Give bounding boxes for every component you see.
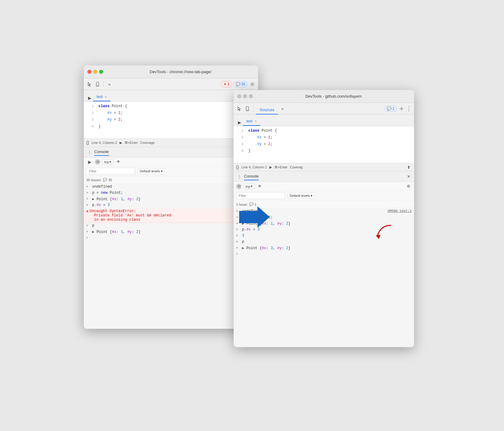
- right-minimize-button[interactable]: [243, 94, 247, 98]
- left-console-header: ⋮ Console: [84, 147, 258, 157]
- right-status-bar: {} Line 4, Column 2 ▶ ⌘+Enter Coverag ⬆: [234, 163, 414, 171]
- right-messages-count: 1: [392, 107, 395, 111]
- messages-badge[interactable]: 💬 35: [233, 81, 248, 87]
- right-sources-label: Sources: [260, 107, 274, 112]
- right-close-button[interactable]: [237, 94, 241, 98]
- right-expand-icon[interactable]: ⬆: [406, 164, 412, 170]
- cursor-icon[interactable]: [86, 81, 93, 88]
- right-default-levels-chevron: ▾: [311, 194, 313, 198]
- left-default-levels[interactable]: Default levels ▾: [138, 168, 165, 174]
- minimize-button[interactable]: [93, 70, 97, 74]
- left-traffic-lights: [87, 70, 103, 74]
- right-tab-row: ▶ test ×: [234, 114, 414, 126]
- left-issues-icon: 💬: [103, 178, 107, 182]
- svg-point-2: [252, 83, 253, 85]
- svg-point-6: [401, 108, 402, 109]
- console-line-left-4: > p.#x = 3: [84, 202, 258, 208]
- console-line-left-5: ⊗ Uncaught SyntaxError: Private field '#…: [84, 208, 258, 223]
- message-icon-badge: 💬: [236, 82, 240, 86]
- settings-icon[interactable]: [249, 81, 256, 88]
- chevron-more-icon[interactable]: »: [106, 81, 113, 88]
- left-no-entry-icon[interactable]: ⊘: [95, 159, 100, 165]
- left-line-col: Line 4, Column 2: [91, 141, 117, 144]
- left-test-tab[interactable]: test ×: [93, 92, 110, 101]
- left-default-levels-chevron: ▾: [161, 169, 163, 173]
- code-line-1: 1 class Point {: [84, 103, 258, 110]
- right-maximize-button[interactable]: [249, 94, 253, 98]
- right-test-tab[interactable]: test ×: [243, 117, 260, 126]
- right-default-levels-label: Default levels: [290, 194, 310, 197]
- right-settings-icon[interactable]: [398, 105, 405, 112]
- right-top-chevron: ▾: [251, 184, 253, 188]
- left-filter-input[interactable]: [86, 168, 135, 174]
- left-tab-close[interactable]: ×: [105, 95, 107, 99]
- svg-marker-7: [376, 235, 380, 239]
- right-messages-badge[interactable]: 💬 1: [384, 106, 397, 112]
- right-top-button[interactable]: top ▾: [243, 184, 255, 189]
- left-console-content: < undefined VM76 test:1 > p = new Point;…: [84, 184, 258, 241]
- left-top-button[interactable]: top ▾: [102, 159, 113, 164]
- right-traffic-lights: [237, 94, 253, 98]
- left-issues-bar: 35 Issues: 💬 35: [84, 176, 258, 184]
- right-message-icon: 💬: [387, 107, 391, 111]
- right-console-close-icon[interactable]: ✕: [406, 174, 412, 180]
- left-run-icon[interactable]: ▶: [86, 95, 93, 101]
- close-button[interactable]: [87, 70, 91, 74]
- left-eye-icon[interactable]: 👁: [115, 159, 121, 165]
- right-no-entry-icon[interactable]: ⊘: [236, 184, 242, 189]
- right-console-link-1[interactable]: VM580 test:1: [387, 209, 412, 213]
- mobile-icon[interactable]: [94, 81, 101, 88]
- right-issues-text: 1 Issue:: [236, 203, 248, 206]
- code-line-3: 3 #y = 2;: [84, 116, 258, 123]
- left-console-run-icon[interactable]: ▶: [86, 159, 93, 165]
- issues-badge[interactable]: ✕ 1: [221, 81, 232, 87]
- left-coverage: Coverage: [140, 141, 155, 144]
- console-line-right-7: < ▶ Point {#x: 3, #y: 2}: [234, 245, 414, 251]
- right-eye-icon[interactable]: 👁: [257, 183, 263, 189]
- right-issues-count: 1: [255, 203, 257, 206]
- left-console-toolbar: ▶ ⊘ top ▾ 👁: [84, 157, 258, 167]
- error-icon-badge: ✕: [224, 82, 227, 86]
- right-devtools-toolbar: Sources » 💬 1 ⋮: [234, 103, 414, 114]
- right-code-line-2: 2 #x = 1;: [234, 134, 414, 141]
- left-console-title: Console: [94, 149, 109, 156]
- console-line-left-8: >: [84, 235, 258, 241]
- left-window-title: DevTools - chrome://new-tab-page/: [107, 69, 254, 74]
- console-line-left-7: < ▶ Point {#x: 1, #y: 2}: [84, 229, 258, 235]
- left-devtools-window: DevTools - chrome://new-tab-page/ » ✕ 1 …: [84, 66, 258, 329]
- left-top-label: top: [104, 160, 109, 164]
- right-code-area: 1 class Point { 2 #x = 1; 3 #y = 2; 4 }: [234, 126, 414, 163]
- left-console-more-icon[interactable]: ⋮: [86, 149, 92, 155]
- right-console-header: ⋮ Console ✕: [234, 171, 414, 182]
- maximize-button[interactable]: [99, 70, 103, 74]
- right-line-col: Line 4, Column 2: [241, 165, 267, 169]
- right-mobile-icon[interactable]: [244, 105, 251, 112]
- direction-arrow: [239, 206, 270, 229]
- right-tab-close[interactable]: ×: [255, 119, 257, 123]
- right-console-title: Console: [244, 174, 259, 180]
- right-console-more-icon[interactable]: ⋮: [236, 174, 242, 180]
- code-line-2: 2 #x = 1;: [84, 110, 258, 116]
- console-line-left-6: > p: [84, 223, 258, 229]
- right-sources-tab[interactable]: Sources: [256, 105, 278, 114]
- right-chevron-more-icon[interactable]: »: [279, 105, 286, 112]
- console-line-left-3: < ▶ Point {#x: 1, #y: 2}: [84, 196, 258, 202]
- left-status-bar: {} Line 4, Column 2 ▶ ⌘+Enter Coverage: [84, 138, 258, 147]
- right-console-toolbar: ⊘ top ▾ 👁 ⚙: [234, 182, 414, 191]
- right-top-label: top: [246, 185, 250, 188]
- right-titlebar: DevTools - github.com/sofiayem: [234, 90, 414, 103]
- left-filter-bar: Default levels ▾: [84, 167, 258, 176]
- right-settings-console-icon[interactable]: ⚙: [406, 183, 412, 189]
- right-filter-input[interactable]: [236, 192, 285, 199]
- right-window-title: DevTools - github.com/sofiayem: [257, 94, 410, 99]
- right-issues-icon: 💬: [249, 202, 254, 206]
- right-code-line-4: 4 }: [234, 148, 414, 154]
- right-more-icon[interactable]: ⋮: [406, 105, 412, 112]
- right-default-levels[interactable]: Default levels ▾: [287, 193, 315, 199]
- messages-count: 35: [241, 82, 245, 86]
- right-cursor-icon[interactable]: [236, 105, 243, 112]
- right-run-icon[interactable]: ▶: [236, 119, 243, 126]
- left-titlebar: DevTools - chrome://new-tab-page/: [84, 66, 258, 78]
- console-line-right-8: >: [234, 251, 414, 257]
- left-tab-label: test: [97, 95, 102, 99]
